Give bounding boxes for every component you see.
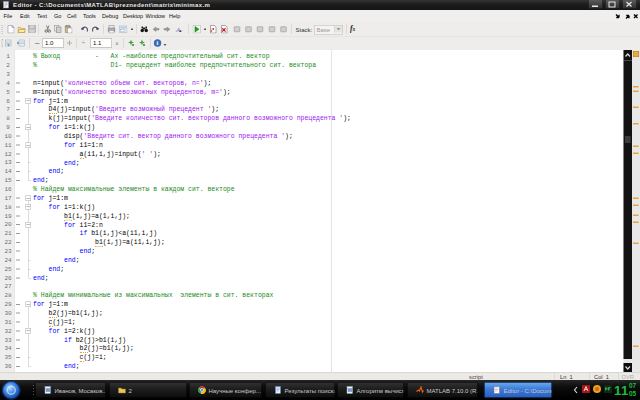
svg-text:W: W bbox=[348, 387, 353, 393]
svg-text:W: W bbox=[46, 387, 51, 393]
svg-text:A: A bbox=[175, 26, 181, 34]
